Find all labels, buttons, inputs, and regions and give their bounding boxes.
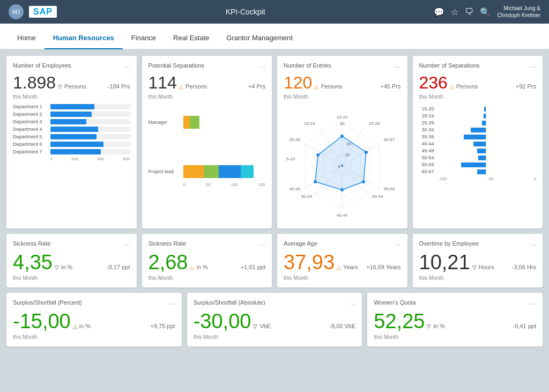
kpi-unit: Persons xyxy=(64,83,86,90)
svg-text:35-39: 35-39 xyxy=(290,137,301,142)
kpi-delta: +92 Prs xyxy=(516,83,536,90)
svg-text:45-49: 45-49 xyxy=(290,187,301,191)
svg-point-20 xyxy=(316,153,320,157)
search-icon[interactable]: 🔍 xyxy=(480,7,491,17)
kpi-value: 2,68 xyxy=(149,251,188,274)
svg-text:20: 20 xyxy=(346,142,351,146)
svg-point-18 xyxy=(340,188,344,191)
card-options[interactable]: ··· xyxy=(350,299,356,308)
svg-text:30: 30 xyxy=(340,121,345,126)
svg-text:9: 9 xyxy=(338,164,340,169)
comment-icon[interactable]: 💬 xyxy=(434,7,444,17)
card-options[interactable]: ··· xyxy=(530,62,536,71)
sap-logo: SAP xyxy=(29,6,57,18)
kpi-unit: Persons xyxy=(456,83,478,90)
card-num-sep: Number of Separations ··· 236 △ Persons … xyxy=(413,56,543,228)
nav-human-resources[interactable]: Human Resources xyxy=(44,27,123,49)
trend-arrow: ▽ xyxy=(55,264,59,270)
chat-icon[interactable]: 🗨 xyxy=(465,7,473,17)
card-options[interactable]: ··· xyxy=(530,240,536,249)
header-user: Michael Jung &Christoph Kreitner xyxy=(497,5,540,19)
card-title: Women's Quota ··· xyxy=(374,299,536,308)
card-num-entries-title: Number of Entries ··· xyxy=(284,62,401,71)
card-options[interactable]: ··· xyxy=(124,240,130,249)
card-sick-rate2: Sickness Rate ··· 2,68 △ in % +1,61 ppt … xyxy=(142,234,272,287)
row-3: Surplus/Shortfall (Percent) ··· -15,00 △… xyxy=(6,293,543,346)
svg-point-19 xyxy=(314,180,317,183)
row-2: Sickness Rate ··· 4,35 ▽ in % -0,17 ppt … xyxy=(6,234,543,287)
trend-arrow: ▽ xyxy=(427,323,431,329)
svg-point-17 xyxy=(362,180,365,183)
card-title: Average Age ··· xyxy=(284,240,401,249)
nav-grantor-management[interactable]: Grantor Management xyxy=(218,27,301,49)
header-icons: 💬 ☆ 🗨 🔍 xyxy=(434,7,491,17)
header-left: MJ SAP xyxy=(9,4,57,19)
card-overtime: Overtime by Employee ··· 10,21 ▽ Hours -… xyxy=(413,234,543,287)
nav-home[interactable]: Home xyxy=(9,27,44,49)
trend-arrow: △ xyxy=(73,323,77,329)
svg-text:25-29: 25-29 xyxy=(286,157,295,161)
kpi-value: 114 xyxy=(149,73,177,93)
kpi-value: 4,35 xyxy=(13,251,53,274)
card-options[interactable]: ··· xyxy=(259,240,265,249)
kpi-value: 10,21 xyxy=(419,251,470,274)
card-num-sep-title: Number of Separations ··· xyxy=(419,62,537,71)
card-num-employees: Number of Employees ··· 1.898 ▽ Persons … xyxy=(6,56,137,228)
card-num-entries: Number of Entries ··· 120 △ Persons +45 … xyxy=(277,56,407,228)
dashboard: Number of Employees ··· 1.898 ▽ Persons … xyxy=(0,49,549,353)
star-icon[interactable]: ☆ xyxy=(451,7,458,17)
main-nav: Home Human Resources Finance Real Estate… xyxy=(0,24,549,49)
trend-arrow: ▽ xyxy=(58,84,62,90)
kpi-delta: +4 Prs xyxy=(248,83,265,90)
kpi-value: 52,25 xyxy=(374,310,425,333)
card-options[interactable]: ··· xyxy=(169,299,175,308)
svg-text:30-34: 30-34 xyxy=(301,194,313,199)
card-title: Sickness Rate ··· xyxy=(149,240,266,249)
header: MJ SAP KPI-Cockpit 💬 ☆ 🗨 🔍 Michael Jung … xyxy=(0,0,549,24)
svg-point-21 xyxy=(341,165,343,167)
card-sick-rate1: Sickness Rate ··· 4,35 ▽ in % -0,17 ppt … xyxy=(6,234,137,287)
nav-real-estate[interactable]: Real Estate xyxy=(165,27,218,49)
stacked-chart: Manager Project lead xyxy=(149,116,266,187)
card-pot-sep-title: Potential Separations ··· xyxy=(149,62,266,71)
svg-text:60-67: 60-67 xyxy=(384,137,395,142)
svg-point-15 xyxy=(340,135,344,138)
trend-arrow: △ xyxy=(450,84,454,90)
card-womens-quota: Women's Quota ··· 52,25 ▽ in % -0,41 ppt… xyxy=(367,293,543,346)
card-title: Sickness Rate ··· xyxy=(13,240,130,249)
avatar: MJ xyxy=(9,4,24,19)
svg-text:10: 10 xyxy=(345,152,350,157)
card-options[interactable]: ··· xyxy=(395,62,401,71)
header-title: KPI-Cockpit xyxy=(226,8,265,16)
kpi-value: 1.898 xyxy=(13,73,56,93)
kpi-value: -15,00 xyxy=(13,310,71,333)
card-options[interactable]: ··· xyxy=(259,62,265,71)
card-surplus-abs: Surplus/Shortfall (Absolute) ··· -30,00 … xyxy=(187,293,362,346)
kpi-delta: -184 Prs xyxy=(108,83,130,90)
kpi-value: 236 xyxy=(419,73,448,93)
bar-chart: Department 1 Department 2 Department 3 D… xyxy=(13,104,130,161)
trend-arrow: ▽ xyxy=(472,264,477,270)
svg-text:40-44: 40-44 xyxy=(337,213,348,218)
nav-finance[interactable]: Finance xyxy=(123,27,165,49)
card-title: Surplus/Shortfall (Absolute) ··· xyxy=(194,299,356,308)
trend-arrow: △ xyxy=(179,84,183,90)
kpi-unit: Persons xyxy=(186,83,207,90)
trend-arrow: △ xyxy=(190,264,194,270)
kpi-value: 120 xyxy=(284,73,312,93)
hbar-chart: 15-20 20-24 25-29 30-34 35-39 40-44 45-4… xyxy=(419,106,537,181)
card-options[interactable]: ··· xyxy=(530,299,536,308)
card-pot-sep: Potential Separations ··· 114 △ Persons … xyxy=(142,56,272,228)
svg-text:15-20: 15-20 xyxy=(337,115,348,120)
svg-text:55-59: 55-59 xyxy=(384,187,395,191)
svg-text:50-54: 50-54 xyxy=(372,194,383,199)
card-options[interactable]: ··· xyxy=(124,62,130,71)
kpi-period: this Month xyxy=(13,94,130,100)
trend-arrow: △ xyxy=(337,264,341,270)
kpi-value: 37,93 xyxy=(284,251,335,274)
card-options[interactable]: ··· xyxy=(395,240,401,249)
card-surplus-pct: Surplus/Shortfall (Percent) ··· -15,00 △… xyxy=(6,293,182,346)
trend-arrow: △ xyxy=(314,84,318,90)
kpi-value: -30,00 xyxy=(194,310,251,333)
kpi-delta: +45 Prs xyxy=(380,83,400,90)
